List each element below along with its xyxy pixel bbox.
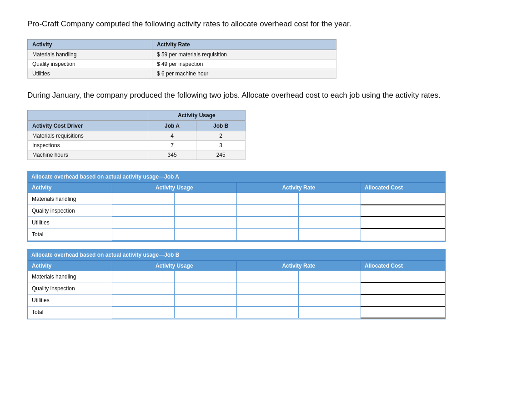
jobb-value: 245 [196,150,246,160]
alloc-b-col3: Activity Rate [236,260,361,271]
rate-input-1[interactable] [236,271,299,283]
activity-label: Materials handling [28,271,112,283]
rate-input-1[interactable] [236,217,299,229]
rate-input-1[interactable] [236,306,299,318]
alloc-job-b-section: Allocate overhead based on actual activi… [27,249,446,320]
usage-input-1[interactable] [112,229,175,241]
allocated-total[interactable] [361,306,445,318]
rate-input-1[interactable] [236,193,299,205]
activity-usage-table: Activity Usage Activity Cost Driver Job … [27,110,246,160]
usage-input-2[interactable] [174,294,236,306]
rate-input-2[interactable] [299,193,361,205]
alloc-job-b-table: Activity Activity Usage Activity Rate Al… [28,260,445,319]
usage-input-2[interactable] [174,193,236,205]
usage-row: Machine hours 345 245 [28,150,246,160]
activity-rate-row: Utilities $ 6 per machine hour [28,69,336,78]
alloc-a-col2: Activity Usage [112,183,237,193]
driver-name: Materials requisitions [28,131,148,141]
alloc-b-col4: Allocated Cost [361,260,445,271]
usage-input-1[interactable] [112,205,175,217]
rate-input-2[interactable] [299,229,361,241]
alloc-a-col1: Activity [28,183,112,193]
usage-input-1[interactable] [112,271,175,283]
alloc-job-a-section: Allocate overhead based on actual activi… [27,171,446,242]
activity-rates-table: Activity Activity Rate Materials handlin… [27,39,336,79]
activity-label: Utilities [28,217,112,229]
usage-input-2[interactable] [174,271,236,283]
usage-jobb-header: Job B [196,121,246,131]
allocated-total[interactable] [361,229,445,241]
alloc-job-a-header: Allocate overhead based on actual activi… [28,171,445,182]
usage-input-1[interactable] [112,294,175,306]
usage-joba-header: Job A [148,121,196,131]
alloc-job-b-header: Allocate overhead based on actual activi… [28,249,445,260]
alloc-b-col2: Activity Usage [112,260,237,271]
usage-col1-header [28,110,148,121]
usage-input-1[interactable] [112,283,175,294]
activity-name: Materials handling [28,50,152,59]
rate-input-2[interactable] [299,217,361,229]
usage-input-2[interactable] [174,283,236,294]
allocated-input[interactable] [361,217,445,229]
rate-input-2[interactable] [299,271,361,283]
alloc-a-col3: Activity Rate [236,183,361,193]
alloc-row: Quality inspection [28,205,445,217]
alloc-row: Quality inspection [28,283,445,294]
allocated-input[interactable] [361,294,445,306]
jobb-value: 2 [196,131,246,141]
usage-row: Materials requisitions 4 2 [28,131,246,141]
usage-input-1[interactable] [112,217,175,229]
activity-rate-value: $ 49 per inspection [152,59,336,69]
usage-row: Inspections 7 3 [28,141,246,150]
joba-value: 345 [148,150,196,160]
activity-name: Quality inspection [28,59,152,69]
alloc-job-a-table: Activity Activity Usage Activity Rate Al… [28,182,445,241]
intro-paragraph: Pro-Craft Company computed the following… [27,18,505,30]
usage-input-2[interactable] [174,229,236,241]
alloc-row: Utilities [28,217,445,229]
usage-input-2[interactable] [174,217,236,229]
total-row: Total [28,229,445,241]
joba-value: 7 [148,141,196,150]
jobb-value: 3 [196,141,246,150]
allocated-input[interactable] [361,193,445,205]
alloc-row: Utilities [28,294,445,306]
rate-input-1[interactable] [236,283,299,294]
activity-label: Quality inspection [28,283,112,294]
rate-input-1[interactable] [236,205,299,217]
activity-rate-row: Quality inspection $ 49 per inspection [28,59,336,69]
activity-rate-row: Materials handling $ 59 per materials re… [28,50,336,59]
rate-input-2[interactable] [299,283,361,294]
rate-input-1[interactable] [236,229,299,241]
activity-rate-value: $ 59 per materials requisition [152,50,336,59]
allocated-input[interactable] [361,283,445,294]
activity-label: Materials handling [28,193,112,205]
usage-input-2[interactable] [174,205,236,217]
allocated-input[interactable] [361,205,445,217]
activity-name: Utilities [28,69,152,78]
activity-label: Total [28,306,112,318]
alloc-a-col4: Allocated Cost [361,183,445,193]
usage-driver-header: Activity Cost Driver [28,121,148,131]
joba-value: 4 [148,131,196,141]
usage-input-2[interactable] [174,306,236,318]
driver-name: Inspections [28,141,148,150]
rate-input-1[interactable] [236,294,299,306]
allocated-input[interactable] [361,271,445,283]
activity-label: Utilities [28,294,112,306]
usage-input-1[interactable] [112,193,175,205]
rate-input-2[interactable] [299,306,361,318]
activity-label: Total [28,229,112,241]
usage-input-1[interactable] [112,306,175,318]
driver-name: Machine hours [28,150,148,160]
rate-input-2[interactable] [299,294,361,306]
alloc-row: Materials handling [28,271,445,283]
activity-rates-col1-header: Activity [28,39,152,50]
activity-rates-col2-header: Activity Rate [152,39,336,50]
activity-label: Quality inspection [28,205,112,217]
rate-input-2[interactable] [299,205,361,217]
alloc-row: Materials handling [28,193,445,205]
activity-rate-value: $ 6 per machine hour [152,69,336,78]
usage-span-header: Activity Usage [148,110,245,121]
alloc-b-col1: Activity [28,260,112,271]
